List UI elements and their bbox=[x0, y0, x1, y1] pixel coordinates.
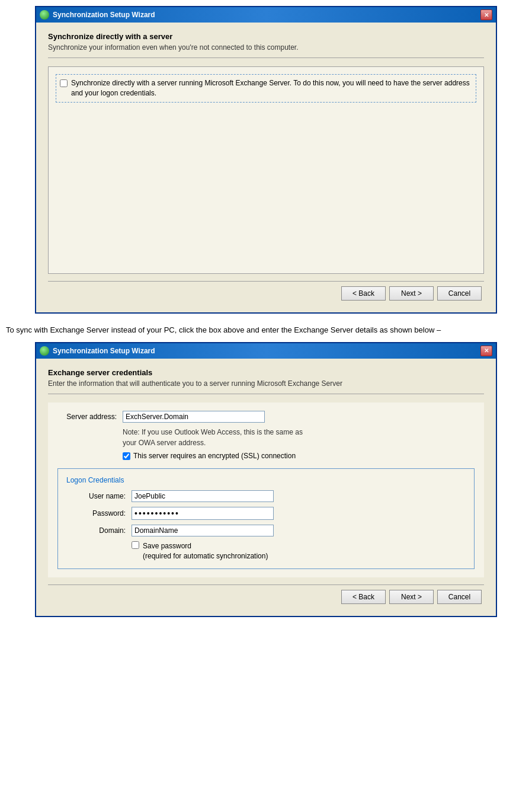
ssl-label: This server requires an encrypted (SSL) … bbox=[133, 452, 296, 460]
back-button-2[interactable]: < Back bbox=[341, 590, 386, 604]
dialog2-section-title: Exchange server credentials bbox=[48, 368, 484, 377]
save-password-note: (required for automatic synchronization) bbox=[143, 551, 268, 561]
dialog1-section-subtitle: Synchronize your information even when y… bbox=[48, 43, 484, 52]
title-bar-left-2: Synchronization Setup Wizard bbox=[40, 346, 155, 356]
cancel-button-2[interactable]: Cancel bbox=[437, 590, 482, 604]
dialog1-content: Synchronize directly with a server Synch… bbox=[36, 23, 496, 312]
dialog1-title: Synchronization Setup Wizard bbox=[53, 11, 155, 19]
close-button-1[interactable]: ✕ bbox=[480, 9, 492, 20]
logon-title: Logon Credentials bbox=[66, 476, 466, 484]
back-button-1[interactable]: < Back bbox=[341, 286, 386, 301]
dialog1-section-title: Synchronize directly with a server bbox=[48, 32, 484, 41]
sync-checkbox[interactable] bbox=[60, 79, 68, 87]
dialog2-window: Synchronization Setup Wizard ✕ Exchange … bbox=[35, 342, 497, 617]
sync-checkbox-row[interactable]: Synchronize directly with a server runni… bbox=[56, 74, 476, 103]
dialog2-content: Exchange server credentials Enter the in… bbox=[36, 359, 496, 616]
divider-1 bbox=[48, 58, 484, 58]
title-bar-2: Synchronization Setup Wizard ✕ bbox=[36, 343, 496, 359]
dialog2-title: Synchronization Setup Wizard bbox=[53, 347, 155, 355]
password-input[interactable] bbox=[132, 507, 274, 520]
between-text: To sync with Exchange Server instead of … bbox=[6, 324, 526, 336]
server-address-input[interactable] bbox=[123, 411, 265, 423]
dialog2-form-section: Server address: Note: If you use Outlook… bbox=[48, 403, 484, 577]
divider-2 bbox=[48, 394, 484, 394]
title-bar-left-1: Synchronization Setup Wizard bbox=[40, 10, 155, 20]
dialog2-button-bar: < Back Next > Cancel bbox=[48, 584, 484, 609]
password-row: Password: bbox=[66, 507, 466, 520]
domain-label: Domain: bbox=[66, 526, 132, 535]
save-password-label: Save password bbox=[143, 541, 268, 551]
title-bar-1: Synchronization Setup Wizard ✕ bbox=[36, 7, 496, 23]
password-label: Password: bbox=[66, 509, 132, 518]
dialog1-button-bar: < Back Next > Cancel bbox=[48, 281, 484, 305]
ssl-row: This server requires an encrypted (SSL) … bbox=[123, 452, 475, 460]
save-password-row: Save password (required for automatic sy… bbox=[132, 541, 466, 561]
close-button-2[interactable]: ✕ bbox=[480, 346, 492, 356]
username-input[interactable] bbox=[132, 490, 274, 502]
server-address-row: Server address: bbox=[57, 411, 475, 423]
ssl-checkbox[interactable] bbox=[123, 452, 130, 460]
app-icon-2 bbox=[40, 346, 49, 356]
server-note-line2: your OWA server address. bbox=[123, 438, 475, 448]
logon-section: Logon Credentials User name: Password: D… bbox=[57, 468, 475, 569]
server-address-label: Server address: bbox=[57, 413, 123, 421]
dialog2-section-subtitle: Enter the information that will authenti… bbox=[48, 379, 484, 388]
domain-input[interactable] bbox=[132, 525, 274, 536]
dialog1-content-area: Synchronize directly with a server runni… bbox=[48, 66, 484, 274]
next-button-2[interactable]: Next > bbox=[389, 590, 434, 604]
server-note-line1: Note: If you use Outlook Web Access, thi… bbox=[123, 427, 475, 437]
app-icon-1 bbox=[40, 10, 49, 20]
sync-checkbox-label: Synchronize directly with a server runni… bbox=[71, 78, 472, 98]
next-button-1[interactable]: Next > bbox=[389, 286, 434, 301]
username-row: User name: bbox=[66, 490, 466, 502]
dialog1-window: Synchronization Setup Wizard ✕ Synchroni… bbox=[35, 6, 497, 314]
cancel-button-1[interactable]: Cancel bbox=[437, 286, 482, 301]
domain-row: Domain: bbox=[66, 525, 466, 536]
username-label: User name: bbox=[66, 492, 132, 500]
save-password-checkbox[interactable] bbox=[132, 541, 139, 549]
save-password-label-block: Save password (required for automatic sy… bbox=[143, 541, 268, 561]
